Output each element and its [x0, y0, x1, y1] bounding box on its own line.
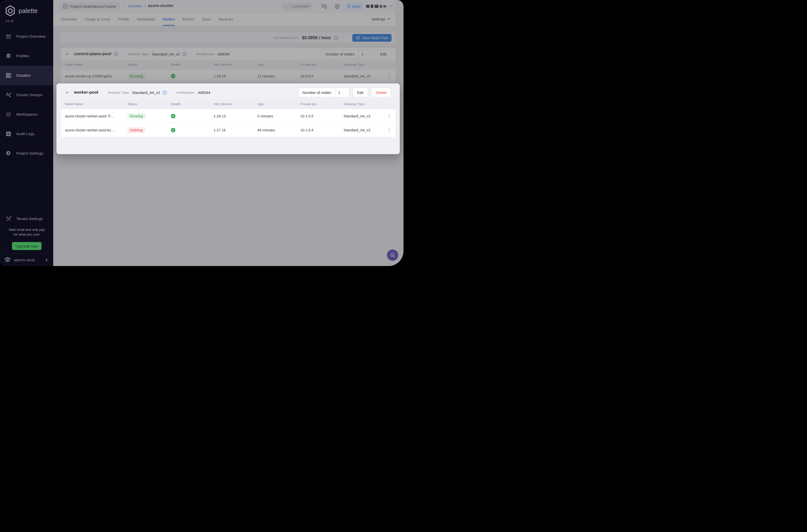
col-status: Status [124, 101, 167, 107]
sidebar-item-label: Workspaces [16, 112, 37, 117]
logo-row[interactable]: palette [5, 5, 38, 17]
instance-type: Standard_A4_v2 [340, 128, 383, 132]
number-of-nodes-input[interactable] [335, 88, 349, 97]
node-age: 44 minutes [254, 128, 296, 132]
status-badge: Deleting [127, 127, 145, 133]
col-instance-type: Instance Type [340, 101, 383, 107]
info-icon[interactable] [163, 90, 167, 95]
sidebar-item-workspaces[interactable]: Workspaces [0, 104, 53, 124]
sidebar-footer: spectro cloud [0, 254, 53, 266]
app-version: 4.4.19 [5, 19, 14, 22]
promo-text: Start small and only pay for what you us… [0, 227, 53, 237]
instance-type-label: Instance Type: [108, 91, 130, 94]
node-age: 5 minutes [254, 114, 296, 118]
delete-pool-button[interactable]: Delete [371, 88, 391, 97]
node-name: azure-cluster-worker-pool-bc… [61, 128, 124, 132]
node-name: azure-cluster-worker-pool-7f… [61, 114, 124, 118]
col-health: Health [167, 101, 210, 107]
col-age: Age [254, 101, 296, 107]
sidebar-item-audit-logs[interactable]: Audit Logs [0, 124, 53, 144]
worker-pool-table: Node Name Status Health K8s Version Age … [61, 99, 395, 137]
sidebar-item-label: Clusters [16, 73, 31, 78]
layers-icon [5, 53, 12, 59]
status-badge: Running [127, 113, 145, 119]
row-menu-icon[interactable] [387, 128, 392, 132]
spectro-cloud-logo-icon [3, 256, 12, 264]
collapse-sidebar-icon[interactable] [45, 259, 48, 262]
pool-controls: Number of nodes Edit Delete [299, 88, 391, 97]
instance-type: Standard_A4_v2 [340, 114, 383, 118]
sidebar-item-label: Project Overview [16, 34, 45, 39]
table-row: azure-cluster-worker-pool-bc… Deleting 1… [61, 123, 395, 137]
architecture-value: AMD64 [198, 90, 210, 95]
health-check-icon [171, 128, 176, 133]
brand-text: spectro cloud [14, 258, 35, 262]
bar-chart-icon [5, 34, 12, 39]
sidebar-item-project-settings[interactable]: Project Settings [0, 144, 53, 163]
collapse-pool-icon[interactable] [65, 91, 69, 94]
network-icon [5, 92, 12, 98]
table-header: Node Name Status Health K8s Version Age … [61, 99, 395, 109]
audit-logs-icon [5, 131, 12, 137]
clusters-icon [5, 72, 12, 78]
number-of-nodes-label: Number of nodes [299, 88, 335, 97]
col-private-ips: Private Ips [296, 101, 340, 107]
worker-pool-spotlight-panel: worker-pool Instance Type: Standard_A4_v… [56, 83, 400, 154]
orbit-icon [5, 111, 12, 117]
number-of-nodes-control: Number of nodes [299, 88, 349, 97]
col-node-name: Node Name [61, 101, 124, 107]
col-k8s-version: K8s Version [210, 101, 254, 107]
sidebar-item-label: Profiles [16, 54, 29, 58]
health-check-icon [171, 114, 176, 119]
gear-icon [5, 150, 12, 156]
sidebar-item-label: Audit Logs [16, 132, 35, 136]
sidebar-item-tenant-settings[interactable]: Tenant Settings [0, 209, 53, 229]
instance-type-value: Standard_A4_v2 [132, 90, 160, 95]
k8s-version: 1.28.13 [210, 114, 254, 118]
sidebar-item-cluster-groups[interactable]: Cluster Groups [0, 85, 53, 104]
k8s-version-outdated: 1.27.16 [210, 128, 254, 132]
upgrade-now-button[interactable]: Upgrade now [12, 242, 41, 250]
sidebar-item-profiles[interactable]: Profiles [0, 46, 53, 66]
edit-pool-button[interactable]: Edit [353, 88, 368, 97]
palette-logo-icon [5, 5, 16, 17]
app-window: palette 4.4.19 Project Overview [0, 0, 404, 266]
row-menu-icon[interactable] [387, 114, 392, 118]
sidebar-item-project-overview[interactable]: Project Overview [0, 27, 53, 46]
sidebar-item-label: Cluster Groups [16, 93, 42, 97]
architecture-label: Architecture: [176, 91, 195, 94]
private-ips: 10.1.0.5 [296, 114, 340, 118]
sidebar-item-label: Project Settings [16, 151, 43, 156]
pool-name: worker-pool [74, 90, 98, 95]
sidebar-item-clusters[interactable]: Clusters [0, 66, 53, 85]
sidebar: palette 4.4.19 Project Overview [0, 0, 53, 266]
table-row: azure-cluster-worker-pool-7f… Running 1.… [61, 109, 395, 123]
tools-icon [5, 216, 12, 222]
private-ips: 10.1.0.4 [296, 128, 340, 132]
app-name: palette [18, 7, 38, 15]
sidebar-item-label: Tenant Settings [16, 216, 43, 221]
pool-header: worker-pool Instance Type: Standard_A4_v… [61, 87, 395, 98]
sidebar-nav: Project Overview Profiles Clusters [0, 27, 53, 163]
